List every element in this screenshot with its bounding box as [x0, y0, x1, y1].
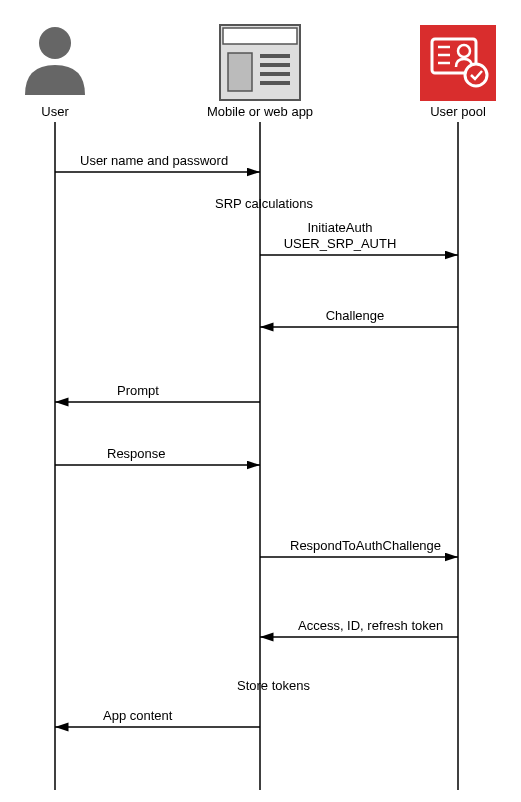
msg-tokens: Access, ID, refresh token — [298, 618, 443, 633]
msg-response: Response — [107, 446, 166, 461]
app-label: Mobile or web app — [207, 104, 313, 119]
msg-respond-challenge: RespondToAuthChallenge — [290, 538, 441, 553]
svg-point-0 — [39, 27, 71, 59]
svg-rect-3 — [228, 53, 252, 91]
app-icon — [220, 25, 300, 100]
svg-point-14 — [465, 64, 487, 86]
msg-initiate-line1: InitiateAuth — [307, 220, 372, 235]
msg-store: Store tokens — [237, 678, 310, 693]
svg-rect-2 — [223, 28, 297, 44]
msg-challenge: Challenge — [326, 308, 385, 323]
msg-initiate-line2: USER_SRP_AUTH — [284, 236, 397, 251]
msg-srp: SRP calculations — [215, 196, 314, 211]
user-label: User — [41, 104, 69, 119]
user-icon — [25, 27, 85, 95]
msg-credentials: User name and password — [80, 153, 228, 168]
msg-prompt: Prompt — [117, 383, 159, 398]
msg-content: App content — [103, 708, 173, 723]
user-pool-icon — [420, 25, 496, 101]
user-pool-label: User pool — [430, 104, 486, 119]
